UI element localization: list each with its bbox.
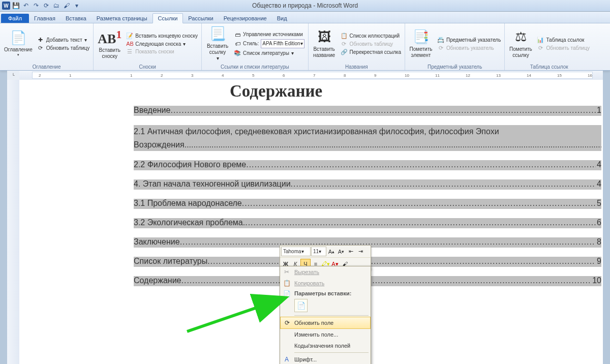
group-captions: 🖼 Вставить название 📋Список иллюстраций … xyxy=(309,23,405,70)
toc-text: 2.1 Античная философия, средневековая хр… xyxy=(134,125,601,151)
show-notes-icon: ☰ xyxy=(126,48,133,55)
toc-row[interactable]: Введение................................… xyxy=(134,106,601,116)
toc-text: 3.2 Экологическая проблема. xyxy=(134,218,245,227)
font-family-combo[interactable]: Tahoma ▾ xyxy=(281,247,311,256)
font-size-combo[interactable]: 11 ▾ xyxy=(311,247,326,256)
toc-row[interactable]: 2.1 Античная философия, средневековая хр… xyxy=(134,125,601,151)
insert-citation-button[interactable]: 📃 Вставить ссылку ▾ xyxy=(204,26,231,62)
qat-button-3[interactable]: 🖌 xyxy=(62,1,71,10)
qat-undo-button[interactable]: ↶ xyxy=(21,1,30,10)
word-app-icon[interactable]: W xyxy=(2,2,10,10)
paste-icon: 📄 xyxy=(283,290,291,297)
menu-update-field[interactable]: ⟳Обновить поле xyxy=(280,317,371,329)
toc-dots: ........................................… xyxy=(170,106,596,115)
group-footnotes: AB1 Вставить сноску 📝Вставить концевую с… xyxy=(94,23,202,70)
update-toc-button[interactable]: ⟳Обновить таблицу xyxy=(36,44,92,52)
insert-footnote-button[interactable]: AB1 Вставить сноску xyxy=(96,26,124,62)
grow-font-button[interactable]: A▴ xyxy=(327,247,336,256)
menu-toggle-codes[interactable]: Коды/значения полей xyxy=(280,340,371,351)
tab-view[interactable]: Вид xyxy=(272,14,292,23)
toc-row[interactable]: 4. Этап начала техногенной цивилизации..… xyxy=(134,179,601,190)
tab-layout[interactable]: Разметка страницы xyxy=(92,14,152,23)
ribbon: 📄 Оглавление▾ ✚Добавить текст ▾ ⟳Обновит… xyxy=(0,23,610,71)
toc-icon: 📄 xyxy=(10,30,26,46)
toc-dots: ........................................… xyxy=(180,237,596,247)
font-icon: A xyxy=(283,356,291,363)
titlebar: W 💾 ↶ ↷ ⟳ 🗂 🖌 ▾ Общество и природа - Mic… xyxy=(0,0,610,12)
toc-text: Содержание xyxy=(134,276,181,285)
insert-caption-button[interactable]: 🖼 Вставить название xyxy=(311,26,338,62)
insert-endnote-button[interactable]: 📝Вставить концевую сноску xyxy=(125,32,199,40)
increase-indent-button[interactable]: ⇥ xyxy=(356,247,365,256)
copy-icon: 📋 xyxy=(283,280,291,287)
update-toc-icon: ⟳ xyxy=(37,45,44,51)
qat-save-button[interactable]: 💾 xyxy=(11,1,20,10)
toc-dots: ........................................… xyxy=(181,276,592,285)
manage-sources-icon: 🗃 xyxy=(234,32,241,38)
tab-home[interactable]: Главная xyxy=(29,14,60,23)
group-label-citations: Ссылки и списки литературы xyxy=(204,63,306,70)
update-field-icon: ⟳ xyxy=(283,319,291,326)
toc-row[interactable]: 3.1 Проблема народонаселе...............… xyxy=(134,199,601,209)
tab-mailings[interactable]: Рассылки xyxy=(183,14,218,23)
update-icon: ⟳ xyxy=(341,41,348,47)
toc-text: Список литературы xyxy=(134,257,207,266)
toc-row[interactable]: 2.2 Философия Нового време..............… xyxy=(134,160,601,170)
menu-edit-field[interactable]: Изменить поле... xyxy=(280,329,371,340)
group-citations: 📃 Вставить ссылку ▾ 🗃Управление источник… xyxy=(202,23,309,70)
toc-page: 8 xyxy=(596,237,601,247)
bibliography-icon: 📚 xyxy=(234,50,241,56)
tab-review[interactable]: Рецензирование xyxy=(219,14,272,23)
group-authorities: ⚖ Пометить ссылку 📊Таблица ссылок ⟳Обнов… xyxy=(505,23,593,70)
toc-button[interactable]: 📄 Оглавление▾ xyxy=(2,26,35,62)
shrink-font-button[interactable]: A▾ xyxy=(337,247,346,256)
footnote-icon: AB1 xyxy=(98,28,121,47)
qat-button-1[interactable]: ⟳ xyxy=(42,1,51,10)
qat-dropdown[interactable]: ▾ xyxy=(72,1,81,10)
toc-dots: ........................................… xyxy=(242,199,596,208)
next-footnote-button[interactable]: ABСледующая сноска ▾ xyxy=(125,40,199,47)
cross-reference-button[interactable]: 🔗Перекрестная ссылка xyxy=(339,48,403,56)
toc-dots: ........................................… xyxy=(245,218,596,227)
menu-cut: ✂Вырезать xyxy=(280,266,371,278)
tab-references[interactable]: Ссылки xyxy=(152,13,184,23)
toc-text: 2.2 Философия Нового време xyxy=(134,160,246,169)
endnote-icon: 📝 xyxy=(126,33,133,39)
update-index-button: ⟳Обновить указатель xyxy=(436,44,502,52)
bibliography-button[interactable]: 📚Список литературы ▾ xyxy=(232,49,306,57)
citation-style-select[interactable]: 🏷Стиль: APA Fifth Edition ▾ xyxy=(232,39,306,49)
qat-redo-button[interactable]: ↷ xyxy=(32,1,41,10)
toc-page: 1 xyxy=(596,106,601,115)
menu-separator-2 xyxy=(294,352,369,353)
decrease-indent-button[interactable]: ⇤ xyxy=(346,247,355,256)
horizontal-ruler[interactable]: 2112345678910111213141516 xyxy=(19,71,603,80)
tab-file[interactable]: Файл xyxy=(1,14,29,23)
tab-insert[interactable]: Вставка xyxy=(60,14,92,23)
mark-citation-button[interactable]: ⚖ Пометить ссылку xyxy=(507,26,534,62)
annotation-arrow xyxy=(185,293,291,334)
toc-text: Введение xyxy=(134,106,170,115)
qat-button-2[interactable]: 🗂 xyxy=(52,1,61,10)
document-area[interactable]: Содержание Введение.....................… xyxy=(19,80,603,364)
group-label-authorities: Таблица ссылок xyxy=(507,63,591,70)
window-title: Общество и природа - Microsoft Word xyxy=(252,2,358,9)
table-authorities-button[interactable]: 📊Таблица ссылок xyxy=(535,36,591,44)
ribbon-tabs: Файл Главная Вставка Разметка страницы С… xyxy=(0,12,610,23)
menu-font[interactable]: AШрифт... xyxy=(280,354,371,364)
mark-entry-button[interactable]: 📑 Пометить элемент xyxy=(407,26,435,62)
vertical-ruler[interactable] xyxy=(7,80,20,364)
toc-dots: ........................................… xyxy=(291,179,596,189)
ruler-corner[interactable]: └ xyxy=(7,71,20,80)
add-text-icon: ✚ xyxy=(37,37,44,43)
editing-area: └ 2112345678910111213141516 Содержание В… xyxy=(7,71,603,364)
update-index-icon: ⟳ xyxy=(437,45,444,51)
document-heading[interactable]: Содержание xyxy=(98,80,454,106)
list-figures-button[interactable]: 📋Список иллюстраций xyxy=(339,32,403,40)
manage-sources-button[interactable]: 🗃Управление источниками xyxy=(232,31,306,38)
toc-row[interactable]: 3.2 Экологическая проблема..............… xyxy=(134,218,601,228)
add-text-button[interactable]: ✚Добавить текст ▾ xyxy=(36,36,92,44)
paste-option-1[interactable]: 📄 xyxy=(294,299,308,312)
group-label-captions: Названия xyxy=(311,63,403,70)
index-button[interactable]: 📇Предметный указатель xyxy=(436,36,502,44)
update-auth-icon: ⟳ xyxy=(537,45,544,51)
